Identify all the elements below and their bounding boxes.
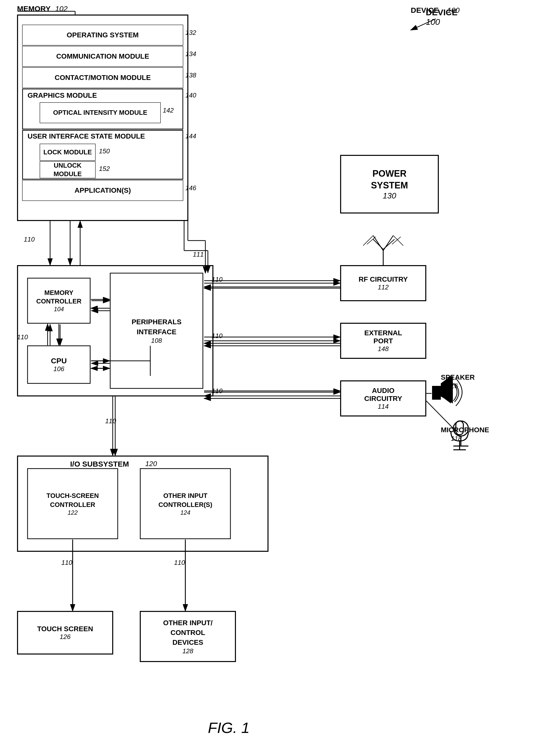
graphics-ref: 140 (185, 91, 196, 99)
touch-ctrl-box: TOUCH-SCREENCONTROLLER 122 (28, 469, 118, 539)
microphone-ref: 118 (451, 435, 462, 443)
microphone-label: MICROPHONE (441, 426, 489, 434)
device-ref: 100 (426, 17, 440, 27)
touch-screen-box: TOUCH SCREEN 126 (18, 611, 113, 654)
bus-110-ts: 110 (61, 559, 72, 567)
svg-line-85 (367, 237, 376, 244)
lock-ref: 150 (99, 147, 110, 155)
figure-label: FIG. 1 (208, 719, 250, 736)
svg-line-86 (392, 237, 401, 244)
io-subsystem-ref: 120 (145, 460, 157, 468)
ext-port-box: EXTERNALPORT 148 (341, 323, 426, 358)
power-system-label: POWERSYSTEM (371, 168, 408, 191)
ui-state-ref: 144 (185, 132, 196, 140)
lock-module: LOCK MODULE (40, 144, 95, 160)
memory-label: MEMORY (17, 5, 51, 13)
svg-line-84 (383, 239, 394, 249)
svg-line-51 (393, 236, 403, 246)
peripherals-box: PERIPHERALSINTERFACE 108 (110, 273, 203, 388)
power-system-ref: 130 (383, 191, 396, 200)
rf-box: RF CIRCUITRY 112 (341, 266, 426, 301)
svg-line-83 (373, 239, 383, 249)
bus-110-io: 110 (105, 417, 116, 425)
io-subsystem-label: I/O SUBSYSTEM (70, 460, 129, 468)
memory-controller-box: MEMORYCONTROLLER 104 (28, 278, 90, 323)
audio-box: AUDIOCIRCUITRY 114 (341, 381, 426, 416)
device-label-text: DEVICE (411, 6, 439, 15)
bus-110-top: 110 (24, 236, 35, 243)
svg-line-49 (383, 236, 393, 251)
ref-111: 111 (193, 251, 204, 258)
bus-110-ext: 110 (212, 332, 223, 340)
os-ref: 132 (185, 29, 196, 37)
svg-rect-87 (432, 386, 441, 400)
graphics-module: GRAPHICS MODULE (28, 91, 97, 99)
apps-module: APPLICATION(S) (23, 180, 183, 200)
svg-line-48 (373, 236, 383, 251)
comm-ref: 134 (185, 50, 196, 58)
device-ref-num: 100 (447, 6, 460, 15)
os-module: OPERATING SYSTEM (23, 25, 183, 45)
contact-ref: 138 (185, 71, 196, 79)
power-system-box: POWERSYSTEM 130 (341, 155, 438, 213)
ui-state-module: USER INTERFACE STATE MODULE (28, 132, 145, 140)
memory-ref: 102 (55, 5, 68, 13)
bus-110-other: 110 (174, 559, 185, 567)
optical-module: OPTICAL INTENSITY MODULE (40, 103, 160, 123)
other-devices-box: OTHER INPUT/CONTROLDEVICES 128 (140, 611, 236, 662)
cpu-box: CPU 106 (28, 346, 90, 383)
bus-110-rf: 110 (212, 276, 223, 283)
bus-110-mem-cpu: 110 (17, 333, 28, 341)
apps-ref: 146 (185, 184, 196, 192)
other-ctrl-box: OTHER INPUTCONTROLLER(S) 124 (140, 469, 231, 539)
bus-110-audio: 110 (212, 387, 223, 395)
contact-module: CONTACT/MOTION MODULE (23, 68, 183, 88)
unlock-module: UNLOCK MODULE (40, 162, 95, 178)
optical-ref: 142 (163, 106, 174, 114)
speaker-label: SPEAKER (441, 373, 475, 381)
svg-line-50 (363, 236, 373, 246)
svg-rect-52 (433, 386, 441, 398)
unlock-ref: 152 (99, 165, 110, 173)
comm-module: COMMUNICATION MODULE (23, 46, 183, 66)
speaker-ref: 116 (447, 382, 458, 390)
